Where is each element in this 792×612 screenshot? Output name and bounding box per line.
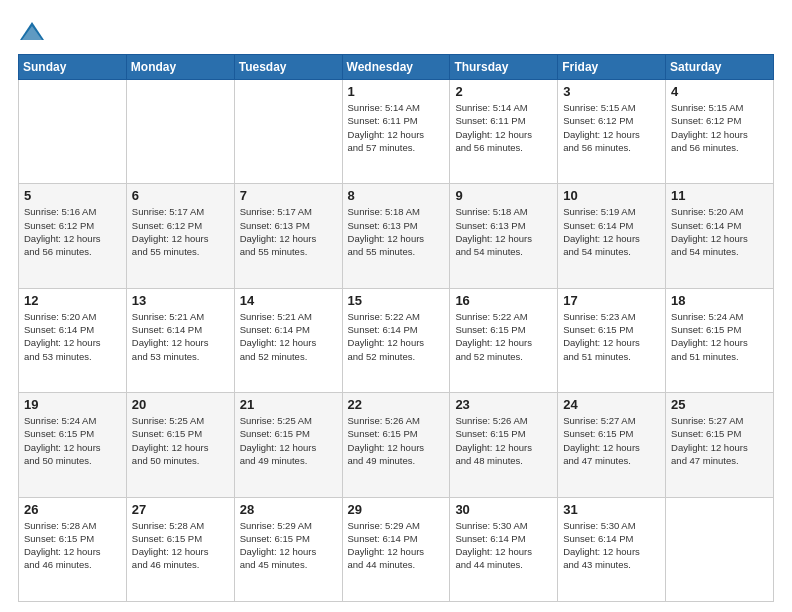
calendar-cell: 21Sunrise: 5:25 AM Sunset: 6:15 PM Dayli… [234, 393, 342, 497]
weekday-header-wednesday: Wednesday [342, 55, 450, 80]
calendar-cell: 6Sunrise: 5:17 AM Sunset: 6:12 PM Daylig… [126, 184, 234, 288]
day-info: Sunrise: 5:21 AM Sunset: 6:14 PM Dayligh… [132, 310, 229, 363]
calendar-cell: 25Sunrise: 5:27 AM Sunset: 6:15 PM Dayli… [666, 393, 774, 497]
day-info: Sunrise: 5:24 AM Sunset: 6:15 PM Dayligh… [671, 310, 768, 363]
day-number: 2 [455, 84, 552, 99]
calendar-cell: 17Sunrise: 5:23 AM Sunset: 6:15 PM Dayli… [558, 288, 666, 392]
weekday-header-sunday: Sunday [19, 55, 127, 80]
weekday-header-tuesday: Tuesday [234, 55, 342, 80]
day-number: 23 [455, 397, 552, 412]
calendar-cell: 14Sunrise: 5:21 AM Sunset: 6:14 PM Dayli… [234, 288, 342, 392]
day-number: 10 [563, 188, 660, 203]
day-number: 12 [24, 293, 121, 308]
day-number: 24 [563, 397, 660, 412]
day-number: 6 [132, 188, 229, 203]
day-info: Sunrise: 5:25 AM Sunset: 6:15 PM Dayligh… [240, 414, 337, 467]
calendar-cell: 13Sunrise: 5:21 AM Sunset: 6:14 PM Dayli… [126, 288, 234, 392]
day-info: Sunrise: 5:17 AM Sunset: 6:13 PM Dayligh… [240, 205, 337, 258]
calendar-week-row: 5Sunrise: 5:16 AM Sunset: 6:12 PM Daylig… [19, 184, 774, 288]
weekday-header-row: SundayMondayTuesdayWednesdayThursdayFrid… [19, 55, 774, 80]
day-info: Sunrise: 5:17 AM Sunset: 6:12 PM Dayligh… [132, 205, 229, 258]
day-number: 18 [671, 293, 768, 308]
day-info: Sunrise: 5:30 AM Sunset: 6:14 PM Dayligh… [455, 519, 552, 572]
calendar-week-row: 12Sunrise: 5:20 AM Sunset: 6:14 PM Dayli… [19, 288, 774, 392]
calendar-cell [666, 497, 774, 601]
calendar-cell: 19Sunrise: 5:24 AM Sunset: 6:15 PM Dayli… [19, 393, 127, 497]
calendar-cell: 31Sunrise: 5:30 AM Sunset: 6:14 PM Dayli… [558, 497, 666, 601]
day-info: Sunrise: 5:20 AM Sunset: 6:14 PM Dayligh… [24, 310, 121, 363]
day-number: 30 [455, 502, 552, 517]
calendar-cell [126, 80, 234, 184]
calendar-week-row: 26Sunrise: 5:28 AM Sunset: 6:15 PM Dayli… [19, 497, 774, 601]
day-info: Sunrise: 5:28 AM Sunset: 6:15 PM Dayligh… [24, 519, 121, 572]
day-number: 17 [563, 293, 660, 308]
day-number: 22 [348, 397, 445, 412]
logo-icon [18, 18, 46, 46]
calendar-cell: 28Sunrise: 5:29 AM Sunset: 6:15 PM Dayli… [234, 497, 342, 601]
day-info: Sunrise: 5:26 AM Sunset: 6:15 PM Dayligh… [455, 414, 552, 467]
logo [18, 18, 50, 46]
day-number: 5 [24, 188, 121, 203]
calendar-cell: 20Sunrise: 5:25 AM Sunset: 6:15 PM Dayli… [126, 393, 234, 497]
calendar-cell: 26Sunrise: 5:28 AM Sunset: 6:15 PM Dayli… [19, 497, 127, 601]
calendar-cell: 23Sunrise: 5:26 AM Sunset: 6:15 PM Dayli… [450, 393, 558, 497]
calendar-cell: 24Sunrise: 5:27 AM Sunset: 6:15 PM Dayli… [558, 393, 666, 497]
day-info: Sunrise: 5:29 AM Sunset: 6:15 PM Dayligh… [240, 519, 337, 572]
weekday-header-saturday: Saturday [666, 55, 774, 80]
calendar-cell: 18Sunrise: 5:24 AM Sunset: 6:15 PM Dayli… [666, 288, 774, 392]
day-number: 19 [24, 397, 121, 412]
day-info: Sunrise: 5:23 AM Sunset: 6:15 PM Dayligh… [563, 310, 660, 363]
day-number: 26 [24, 502, 121, 517]
day-info: Sunrise: 5:20 AM Sunset: 6:14 PM Dayligh… [671, 205, 768, 258]
calendar-cell: 30Sunrise: 5:30 AM Sunset: 6:14 PM Dayli… [450, 497, 558, 601]
page: SundayMondayTuesdayWednesdayThursdayFrid… [0, 0, 792, 612]
calendar-cell: 3Sunrise: 5:15 AM Sunset: 6:12 PM Daylig… [558, 80, 666, 184]
day-info: Sunrise: 5:14 AM Sunset: 6:11 PM Dayligh… [348, 101, 445, 154]
day-number: 14 [240, 293, 337, 308]
day-number: 11 [671, 188, 768, 203]
calendar-cell: 29Sunrise: 5:29 AM Sunset: 6:14 PM Dayli… [342, 497, 450, 601]
day-info: Sunrise: 5:28 AM Sunset: 6:15 PM Dayligh… [132, 519, 229, 572]
day-number: 9 [455, 188, 552, 203]
day-info: Sunrise: 5:18 AM Sunset: 6:13 PM Dayligh… [455, 205, 552, 258]
day-number: 29 [348, 502, 445, 517]
calendar-cell: 11Sunrise: 5:20 AM Sunset: 6:14 PM Dayli… [666, 184, 774, 288]
day-info: Sunrise: 5:14 AM Sunset: 6:11 PM Dayligh… [455, 101, 552, 154]
calendar-cell [19, 80, 127, 184]
calendar-cell: 22Sunrise: 5:26 AM Sunset: 6:15 PM Dayli… [342, 393, 450, 497]
calendar-cell: 5Sunrise: 5:16 AM Sunset: 6:12 PM Daylig… [19, 184, 127, 288]
day-info: Sunrise: 5:22 AM Sunset: 6:15 PM Dayligh… [455, 310, 552, 363]
calendar-week-row: 19Sunrise: 5:24 AM Sunset: 6:15 PM Dayli… [19, 393, 774, 497]
day-number: 25 [671, 397, 768, 412]
day-info: Sunrise: 5:26 AM Sunset: 6:15 PM Dayligh… [348, 414, 445, 467]
day-number: 3 [563, 84, 660, 99]
day-number: 15 [348, 293, 445, 308]
day-number: 16 [455, 293, 552, 308]
day-info: Sunrise: 5:22 AM Sunset: 6:14 PM Dayligh… [348, 310, 445, 363]
weekday-header-monday: Monday [126, 55, 234, 80]
weekday-header-thursday: Thursday [450, 55, 558, 80]
day-number: 4 [671, 84, 768, 99]
calendar-cell: 15Sunrise: 5:22 AM Sunset: 6:14 PM Dayli… [342, 288, 450, 392]
header [18, 18, 774, 46]
day-info: Sunrise: 5:18 AM Sunset: 6:13 PM Dayligh… [348, 205, 445, 258]
calendar-cell: 12Sunrise: 5:20 AM Sunset: 6:14 PM Dayli… [19, 288, 127, 392]
day-info: Sunrise: 5:30 AM Sunset: 6:14 PM Dayligh… [563, 519, 660, 572]
day-number: 7 [240, 188, 337, 203]
calendar-week-row: 1Sunrise: 5:14 AM Sunset: 6:11 PM Daylig… [19, 80, 774, 184]
day-number: 28 [240, 502, 337, 517]
day-number: 20 [132, 397, 229, 412]
day-info: Sunrise: 5:24 AM Sunset: 6:15 PM Dayligh… [24, 414, 121, 467]
calendar-table: SundayMondayTuesdayWednesdayThursdayFrid… [18, 54, 774, 602]
calendar-cell: 10Sunrise: 5:19 AM Sunset: 6:14 PM Dayli… [558, 184, 666, 288]
calendar-cell: 7Sunrise: 5:17 AM Sunset: 6:13 PM Daylig… [234, 184, 342, 288]
calendar-cell: 8Sunrise: 5:18 AM Sunset: 6:13 PM Daylig… [342, 184, 450, 288]
weekday-header-friday: Friday [558, 55, 666, 80]
day-info: Sunrise: 5:19 AM Sunset: 6:14 PM Dayligh… [563, 205, 660, 258]
day-number: 8 [348, 188, 445, 203]
day-info: Sunrise: 5:16 AM Sunset: 6:12 PM Dayligh… [24, 205, 121, 258]
calendar-cell: 9Sunrise: 5:18 AM Sunset: 6:13 PM Daylig… [450, 184, 558, 288]
calendar-cell: 16Sunrise: 5:22 AM Sunset: 6:15 PM Dayli… [450, 288, 558, 392]
day-number: 1 [348, 84, 445, 99]
day-number: 31 [563, 502, 660, 517]
